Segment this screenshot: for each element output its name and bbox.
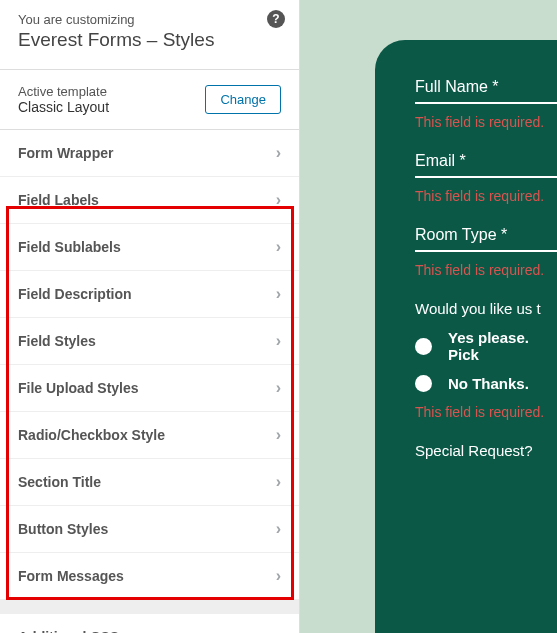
menu-item-label: Field Sublabels: [18, 239, 121, 255]
input-underline[interactable]: [415, 250, 557, 252]
chevron-right-icon: ›: [276, 567, 281, 585]
menu-item-section-title[interactable]: Section Title ›: [0, 459, 299, 506]
error-message: This field is required.: [415, 262, 557, 278]
chevron-right-icon: ›: [276, 238, 281, 256]
divider: [0, 600, 299, 614]
field-room-type: Room Type *: [415, 226, 557, 252]
menu-item-label: Button Styles: [18, 521, 108, 537]
customizer-header: You are customizing Everest Forms – Styl…: [0, 0, 299, 70]
chevron-right-icon: ›: [276, 628, 281, 633]
menu-item-field-description[interactable]: Field Description ›: [0, 271, 299, 318]
header-title: Everest Forms – Styles: [18, 29, 281, 51]
menu-item-button-styles[interactable]: Button Styles ›: [0, 506, 299, 553]
menu-item-label: Additional CSS: [18, 629, 119, 633]
field-label: Would you like us t: [415, 300, 557, 317]
input-underline[interactable]: [415, 102, 557, 104]
menu-item-additional-css[interactable]: Additional CSS ›: [0, 614, 299, 633]
settings-menu: Form Wrapper › Field Labels › Field Subl…: [0, 130, 299, 633]
chevron-right-icon: ›: [276, 520, 281, 538]
active-template-box: Active template Classic Layout Change: [0, 70, 299, 130]
field-full-name: Full Name *: [415, 78, 557, 104]
menu-item-field-labels[interactable]: Field Labels ›: [0, 177, 299, 224]
form-preview-card: Full Name * This field is required. Emai…: [375, 40, 557, 633]
menu-item-label: Field Description: [18, 286, 132, 302]
field-label: Email *: [415, 152, 557, 170]
customizer-sidebar: You are customizing Everest Forms – Styl…: [0, 0, 300, 633]
field-label: Special Request?: [415, 442, 557, 459]
chevron-right-icon: ›: [276, 191, 281, 209]
radio-option-yes[interactable]: Yes please. Pick: [415, 329, 557, 363]
menu-item-label: Radio/Checkbox Style: [18, 427, 165, 443]
menu-item-field-sublabels[interactable]: Field Sublabels ›: [0, 224, 299, 271]
error-message: This field is required.: [415, 188, 557, 204]
error-message: This field is required.: [415, 114, 557, 130]
radio-label: No Thanks.: [448, 375, 529, 392]
menu-item-form-messages[interactable]: Form Messages ›: [0, 553, 299, 600]
chevron-right-icon: ›: [276, 332, 281, 350]
help-icon[interactable]: ?: [267, 10, 285, 28]
field-label: Full Name *: [415, 78, 557, 96]
menu-item-label: Section Title: [18, 474, 101, 490]
field-label: Room Type *: [415, 226, 557, 244]
chevron-right-icon: ›: [276, 473, 281, 491]
input-underline[interactable]: [415, 176, 557, 178]
chevron-right-icon: ›: [276, 144, 281, 162]
error-message: This field is required.: [415, 404, 557, 420]
change-button[interactable]: Change: [205, 85, 281, 114]
template-label: Active template: [18, 84, 109, 99]
menu-item-field-styles[interactable]: Field Styles ›: [0, 318, 299, 365]
field-email: Email *: [415, 152, 557, 178]
menu-item-form-wrapper[interactable]: Form Wrapper ›: [0, 130, 299, 177]
menu-item-label: Form Messages: [18, 568, 124, 584]
menu-item-label: Field Styles: [18, 333, 96, 349]
menu-item-radio-checkbox-style[interactable]: Radio/Checkbox Style ›: [0, 412, 299, 459]
radio-icon: [415, 375, 432, 392]
menu-item-label: File Upload Styles: [18, 380, 139, 396]
menu-item-file-upload-styles[interactable]: File Upload Styles ›: [0, 365, 299, 412]
radio-label: Yes please. Pick: [448, 329, 557, 363]
menu-item-label: Form Wrapper: [18, 145, 113, 161]
preview-pane: Full Name * This field is required. Emai…: [300, 0, 557, 633]
chevron-right-icon: ›: [276, 379, 281, 397]
radio-icon: [415, 338, 432, 355]
chevron-right-icon: ›: [276, 426, 281, 444]
chevron-right-icon: ›: [276, 285, 281, 303]
header-subtitle: You are customizing: [18, 12, 281, 27]
radio-option-no[interactable]: No Thanks.: [415, 375, 557, 392]
menu-item-label: Field Labels: [18, 192, 99, 208]
template-name: Classic Layout: [18, 99, 109, 115]
